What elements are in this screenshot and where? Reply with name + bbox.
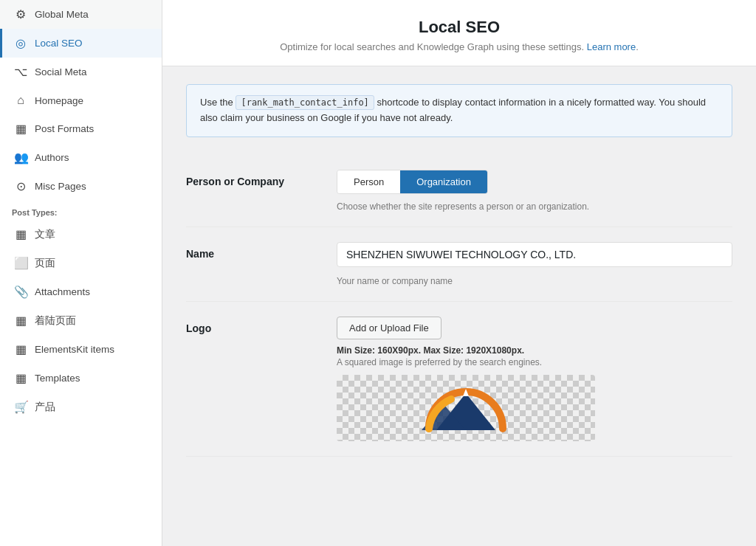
sidebar-item-attachments[interactable]: 📎 Attachments [0, 277, 162, 306]
sidebar-label-homepage: Homepage [35, 95, 83, 106]
sidebar-label-yemian: 页面 [35, 257, 55, 270]
logo-square-hint: A squared image is preferred by the sear… [337, 357, 732, 367]
sidebar-label-local-seo: Local SEO [35, 38, 83, 49]
sidebar-item-homepage[interactable]: ⌂ Homepage [0, 86, 162, 114]
name-placeholder-hint: Your name or company name [337, 276, 732, 286]
sidebar-item-authors[interactable]: 👥 Authors [0, 143, 162, 172]
sidebar-label-post-formats: Post Formats [35, 123, 94, 134]
sidebar-label-zhaoye: 着陆页面 [35, 314, 76, 328]
sidebar: ⚙ Global Meta ◎ Local SEO ⌥ Social Meta … [0, 0, 162, 546]
person-org-toggle: Person Organization [337, 170, 488, 194]
page-title: Local SEO [192, 18, 726, 37]
sidebar-label-social-meta: Social Meta [35, 66, 87, 77]
name-field: Your name or company name [337, 242, 732, 286]
learn-more-link[interactable]: Learn more [587, 41, 636, 52]
post-formats-icon: ▦ [14, 122, 27, 136]
organization-button[interactable]: Organization [400, 170, 487, 193]
person-company-label: Person or Company [186, 170, 319, 187]
misc-pages-icon: ⊙ [14, 179, 27, 193]
info-pre-text: Use the [200, 97, 233, 108]
content-area: Use the [rank_math_contact_info] shortco… [162, 66, 756, 474]
post-types-label: Post Types: [0, 201, 162, 220]
sidebar-item-templates[interactable]: ▦ Templates [0, 364, 162, 393]
sidebar-label-misc-pages: Misc Pages [35, 181, 86, 192]
sidebar-label-wenzhang: 文章 [35, 228, 55, 241]
logo-image [392, 379, 540, 438]
logo-field: Add or Upload File Min Size: 160X90px. M… [337, 317, 732, 441]
zhaoye-icon: ▦ [14, 314, 27, 328]
sidebar-label-authors: Authors [35, 152, 69, 163]
sidebar-label-global-meta: Global Meta [35, 9, 89, 20]
sidebar-item-social-meta[interactable]: ⌥ Social Meta [0, 58, 162, 86]
sidebar-item-wenzhang[interactable]: ▦ 文章 [0, 220, 162, 249]
person-company-row: Person or Company Person Organization Ch… [186, 155, 732, 227]
homepage-icon: ⌂ [14, 94, 27, 107]
page-header: Local SEO Optimize for local searches an… [162, 0, 756, 66]
sidebar-item-chanpin[interactable]: 🛒 产品 [0, 393, 162, 421]
social-meta-icon: ⌥ [14, 65, 27, 79]
logo-row: Logo Add or Upload File Min Size: 160X90… [186, 302, 732, 457]
sidebar-item-post-formats[interactable]: ▦ Post Formats [0, 114, 162, 143]
global-meta-icon: ⚙ [14, 7, 27, 21]
sidebar-label-elementskit: ElementsKit items [35, 344, 114, 355]
elementskit-icon: ▦ [14, 342, 27, 356]
sidebar-label-templates: Templates [35, 373, 80, 384]
logo-label: Logo [186, 317, 319, 334]
sidebar-item-zhaoye[interactable]: ▦ 着陆页面 [0, 306, 162, 335]
sidebar-item-misc-pages[interactable]: ⊙ Misc Pages [0, 172, 162, 201]
person-button[interactable]: Person [337, 170, 400, 193]
page-subtitle: Optimize for local searches and Knowledg… [192, 41, 726, 52]
logo-size-hint: Min Size: 160X90px. Max Size: 1920X1080p… [337, 345, 732, 356]
logo-preview [337, 375, 595, 441]
sidebar-item-yemian[interactable]: ⬜ 页面 [0, 249, 162, 277]
templates-icon: ▦ [14, 371, 27, 385]
person-company-hint: Choose whether the site represents a per… [337, 201, 732, 212]
sidebar-item-local-seo[interactable]: ◎ Local SEO [0, 29, 162, 58]
name-input[interactable] [337, 242, 732, 267]
yemian-icon: ⬜ [14, 256, 27, 270]
info-box: Use the [rank_math_contact_info] shortco… [186, 84, 732, 137]
person-company-field: Person Organization Choose whether the s… [337, 170, 732, 212]
subtitle-text: Optimize for local searches and Knowledg… [280, 41, 584, 52]
authors-icon: 👥 [14, 151, 27, 165]
info-shortcode: [rank_math_contact_info] [236, 95, 374, 110]
chanpin-icon: 🛒 [14, 400, 27, 414]
name-label: Name [186, 242, 319, 260]
add-upload-file-button[interactable]: Add or Upload File [337, 317, 441, 339]
name-row: Name Your name or company name [186, 227, 732, 302]
local-seo-icon: ◎ [14, 36, 27, 50]
sidebar-item-global-meta[interactable]: ⚙ Global Meta [0, 0, 162, 29]
wenzhang-icon: ▦ [14, 227, 27, 241]
sidebar-label-chanpin: 产品 [35, 401, 55, 414]
attachments-icon: 📎 [14, 285, 27, 299]
sidebar-item-elementskit[interactable]: ▦ ElementsKit items [0, 335, 162, 364]
main-content: Local SEO Optimize for local searches an… [162, 0, 756, 546]
sidebar-label-attachments: Attachments [35, 286, 90, 297]
